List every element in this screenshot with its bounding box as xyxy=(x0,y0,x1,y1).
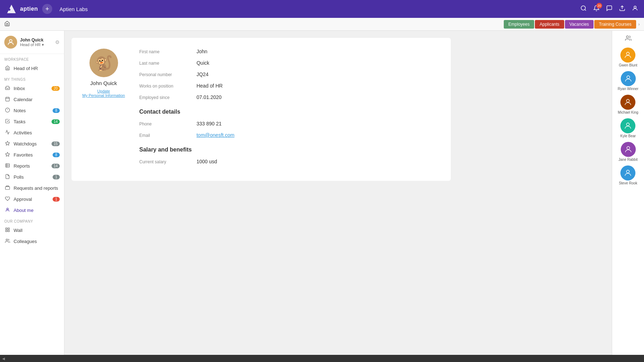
colleague-michael-king[interactable]: Michael King xyxy=(618,95,638,115)
colleague-jane-rabbit[interactable]: Jane Rabbit xyxy=(619,142,638,162)
inbox-icon xyxy=(4,85,11,91)
notes-icon xyxy=(4,108,11,114)
sidebar-item-head-of-hr[interactable]: Head of HR xyxy=(0,63,64,74)
profile-card-header: 🐒 John Quick Update My Personal Informat… xyxy=(82,49,440,170)
profile-settings-icon[interactable]: ⚙ xyxy=(55,39,60,45)
svg-marker-14 xyxy=(5,152,10,156)
sidebar-profile-avatar xyxy=(4,36,17,49)
top-bar: aptien + Aptien Labs 20 xyxy=(0,0,644,18)
nav-expand-icon[interactable]: › xyxy=(638,22,640,27)
search-icon[interactable] xyxy=(580,5,587,13)
approval-badge: 1 xyxy=(53,197,60,202)
colleague-avatar xyxy=(620,118,635,133)
about-me-icon xyxy=(4,207,11,213)
sidebar-item-label: Reports xyxy=(14,163,30,169)
activities-icon xyxy=(4,130,11,136)
bottom-bar: ◀ xyxy=(0,355,644,362)
svg-point-1 xyxy=(8,9,10,11)
reports-badge: 14 xyxy=(52,164,60,168)
colleague-kyle-bear[interactable]: Kyle Bear xyxy=(620,118,636,138)
requests-icon xyxy=(4,185,11,191)
sidebar-item-label: Calendar xyxy=(14,97,33,102)
sidebar-section-my-things: My Things xyxy=(0,74,64,83)
field-first-name: First name John xyxy=(139,49,440,54)
colleague-name: Ryan Winner xyxy=(618,87,639,91)
company-name: Aptien Labs xyxy=(59,6,88,12)
polls-icon xyxy=(4,174,11,180)
colleague-gwen-blunt[interactable]: Gwen Blunt xyxy=(619,48,638,68)
home-icon xyxy=(4,65,11,71)
tab-employees[interactable]: Employees xyxy=(504,20,534,29)
svg-point-23 xyxy=(626,36,628,38)
sidebar-item-favorites[interactable]: Favorites 8 xyxy=(0,149,64,160)
top-bar-actions: 20 xyxy=(580,5,638,13)
sidebar-section-our-company: Our Company xyxy=(0,216,64,225)
tasks-icon xyxy=(4,119,11,125)
sidebar-item-notes[interactable]: Notes 8 xyxy=(0,105,64,116)
field-personal-number: Personal number JQ24 xyxy=(139,71,440,77)
profile-card-name: John Quick xyxy=(90,80,117,86)
sidebar-item-calendar[interactable]: Calendar xyxy=(0,94,64,105)
reports-icon xyxy=(4,163,11,169)
sidebar-profile-info: John Quick Head of HR ▾ xyxy=(20,38,52,47)
home-nav-button[interactable] xyxy=(4,21,10,28)
colleague-name: Gwen Blunt xyxy=(619,63,638,68)
notes-badge: 8 xyxy=(53,108,60,113)
svg-rect-6 xyxy=(6,97,10,101)
update-profile-link[interactable]: Update My Personal Information xyxy=(82,89,125,98)
right-panel: Gwen Blunt Ryan Winner Michael King Kyle… xyxy=(612,31,644,355)
sidebar-item-label: Polls xyxy=(14,174,24,180)
colleagues-icon xyxy=(4,238,11,244)
svg-marker-13 xyxy=(5,141,10,145)
calendar-icon xyxy=(4,96,11,103)
sidebar-item-wall[interactable]: Wall xyxy=(0,225,64,236)
svg-point-2 xyxy=(581,6,585,10)
user-menu-icon[interactable] xyxy=(632,5,638,13)
svg-point-25 xyxy=(627,76,630,79)
sidebar-item-tasks[interactable]: Tasks 14 xyxy=(0,116,64,127)
colleague-steve-rook[interactable]: Steve Rook xyxy=(619,165,638,185)
svg-point-29 xyxy=(626,170,629,173)
field-employed-since: Employed since 07.01.2020 xyxy=(139,94,440,100)
sidebar-item-polls[interactable]: Polls 1 xyxy=(0,172,64,183)
colleague-avatar xyxy=(620,48,635,63)
field-works-on-position: Works on position Head of HR xyxy=(139,83,440,89)
app-name: aptien xyxy=(20,6,38,12)
sidebar-item-colleagues[interactable]: Colleagues xyxy=(0,236,64,247)
sidebar-item-label: Colleagues xyxy=(14,239,37,244)
tab-vacancies[interactable]: Vacancies xyxy=(565,20,594,29)
field-phone: Phone 333 890 21 xyxy=(139,121,440,127)
email-link[interactable]: tom@onesft.com xyxy=(196,132,234,138)
colleague-ryan-winner[interactable]: Ryan Winner xyxy=(618,71,639,91)
sidebar-item-about-me[interactable]: About me xyxy=(0,205,64,216)
tab-applicants[interactable]: Applicants xyxy=(535,20,564,29)
main-layout: John Quick Head of HR ▾ ⚙ Workspace Head… xyxy=(0,31,644,355)
salary-section-title: Salary and benefits xyxy=(139,147,440,153)
tab-training-courses[interactable]: Training Courses xyxy=(594,20,636,29)
colleague-avatar xyxy=(621,142,636,157)
sidebar-item-label: Tasks xyxy=(14,119,25,124)
sidebar-item-reports[interactable]: Reports 14 xyxy=(0,160,64,172)
colleague-name: Steve Rook xyxy=(619,181,638,185)
sidebar-item-approval[interactable]: Approval 1 xyxy=(0,194,64,205)
app-logo[interactable]: aptien xyxy=(6,3,38,15)
sidebar-item-label: Requests and reports xyxy=(14,185,58,191)
notifications-icon[interactable]: 20 xyxy=(593,5,600,13)
sidebar-item-watchdogs[interactable]: Watchdogs 15 xyxy=(0,138,64,149)
sidebar-item-label: Activities xyxy=(14,130,32,135)
sidebar-item-label: Approval xyxy=(14,197,32,202)
watchdogs-icon xyxy=(4,141,11,147)
sidebar-item-label: Notes xyxy=(14,108,26,113)
sidebar-profile[interactable]: John Quick Head of HR ▾ ⚙ xyxy=(0,31,64,54)
sidebar-item-inbox[interactable]: Inbox 20 xyxy=(0,83,64,94)
field-email: Email tom@onesft.com xyxy=(139,132,440,138)
sidebar-item-label: Favorites xyxy=(14,152,33,158)
profile-avatar-large: 🐒 xyxy=(89,49,118,77)
add-button[interactable]: + xyxy=(42,4,52,14)
svg-rect-18 xyxy=(6,228,7,229)
sidebar-item-requests[interactable]: Requests and reports xyxy=(0,183,64,194)
sidebar-item-activities[interactable]: Activities xyxy=(0,127,64,138)
svg-point-4 xyxy=(634,6,636,8)
chat-icon[interactable] xyxy=(606,5,613,13)
upload-icon[interactable] xyxy=(619,5,625,13)
